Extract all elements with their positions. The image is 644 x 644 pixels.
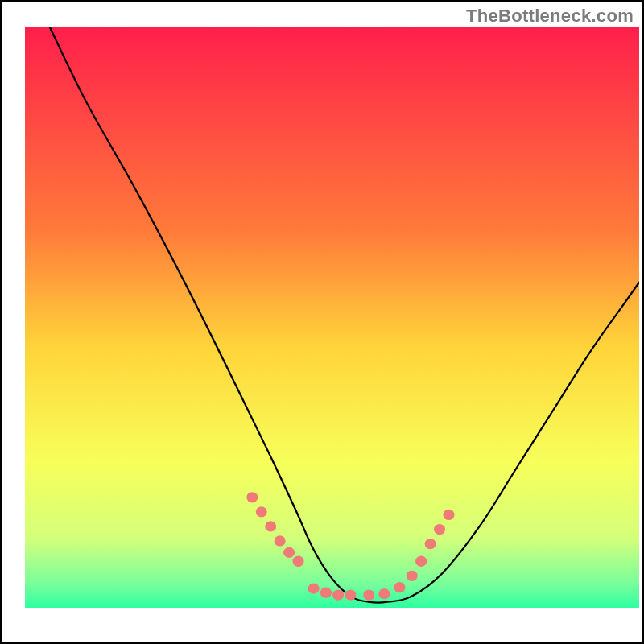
plot-area: [25, 27, 639, 608]
highlight-dots-group: [246, 492, 454, 601]
highlight-dot: [394, 582, 405, 592]
bottleneck-curve: [50, 27, 639, 603]
highlight-dot: [378, 588, 390, 599]
curve-layer: [25, 27, 639, 608]
highlight-dot: [275, 535, 286, 546]
highlight-dot: [256, 506, 267, 517]
highlight-dot: [415, 556, 427, 567]
highlight-dot: [332, 589, 344, 600]
highlight-dot: [320, 588, 332, 598]
highlight-dot: [345, 589, 356, 600]
highlight-dot: [425, 539, 436, 549]
highlight-dot: [434, 524, 445, 535]
chart-frame: TheBottleneck.com: [0, 0, 644, 644]
highlight-dot: [293, 556, 304, 567]
highlight-dot: [246, 492, 258, 502]
highlight-dot: [308, 584, 320, 594]
highlight-dot: [443, 510, 454, 520]
watermark-text: TheBottleneck.com: [466, 6, 634, 27]
highlight-dot: [363, 589, 374, 600]
highlight-dot: [407, 571, 418, 581]
highlight-dot: [283, 547, 295, 558]
highlight-dot: [265, 521, 276, 531]
